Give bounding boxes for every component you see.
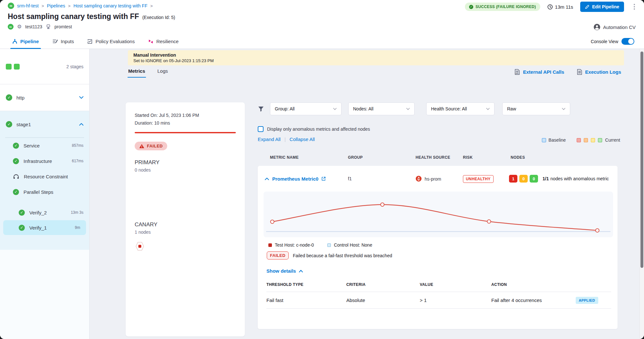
service-name[interactable]: test1123 [25,24,42,29]
verification-summary-card: Started On: Jul 5, 2023 1:06 PM Duration… [126,102,245,336]
execution-logs-link[interactable]: Execution Logs [577,69,621,75]
external-link-icon[interactable] [322,177,326,181]
scrollbar-thumb[interactable] [640,52,643,268]
breadcrumb-separator: > [150,4,153,8]
metric-timeseries-chart[interactable] [264,192,613,237]
tab-inputs[interactable]: Inputs [53,34,74,49]
chevron-down-icon [333,108,337,110]
step-resource-constraint[interactable]: Resource Constraint [0,169,89,184]
execution-status-badge: ✓ SUCCESS (FAILURE IGNORED) [465,3,540,11]
verification-failed-badge: FAILED [135,142,167,150]
show-details-link[interactable]: Show details [266,268,303,274]
breadcrumb-pipeline-name[interactable]: Host sampling canary testing with FF [73,3,148,8]
breadcrumb: ∞ srm-hf-test > Pipelines > Host samplin… [8,3,153,9]
tab-policy-evaluations[interactable]: Policy Evaluations [87,34,135,49]
success-check-icon: ✓ [13,189,19,195]
stage-count: 2 stages [66,64,83,69]
tab-logs[interactable]: Logs [158,68,168,78]
breadcrumb-pipelines[interactable]: Pipelines [47,3,65,8]
tab-resilience[interactable]: Resilience [148,34,178,49]
tab-metrics[interactable]: Metrics [128,68,145,78]
analysis-failed-message: Failed because a fail-fast threshold was… [293,253,392,258]
sidebar-stage-http[interactable]: ✓ http [0,84,89,111]
risk-badge-unhealthy: UNHEALTHY [463,175,494,183]
execution-logs-label: Execution Logs [585,69,621,75]
resilience-icon [148,39,153,44]
col-nodes: NODES [511,155,525,160]
success-check-icon: ✓ [19,210,25,216]
step-duration: 9m [75,225,80,230]
success-check-icon: ✓ [13,158,19,164]
step-label: Resource Constraint [24,174,68,179]
external-api-calls-label: External API Calls [523,69,564,75]
threshold-row: Fail fast Absolute > 1 Fail after 4 occu… [266,292,611,309]
anomalous-metrics-checkbox[interactable] [258,126,264,132]
current-legend-label: Current [605,137,620,143]
banner-title: Manual Intervention [133,52,619,58]
current-green-swatch [598,138,602,142]
health-source-filter-dropdown[interactable]: Health Source: All [426,102,495,115]
value-value: > 1 [420,297,491,303]
col-threshold-type: THRESHOLD TYPE [266,282,346,287]
col-criteria: CRITERIA [346,282,420,287]
policy-evaluations-icon [87,39,92,44]
expand-all-link[interactable]: Expand All [258,137,281,142]
headphones-icon [13,174,19,179]
anomalous-nodes-ratio: 1/1 [543,176,549,181]
tab-policy-evaluations-label: Policy Evaluations [95,39,135,44]
step-label: Infrastructure [24,158,52,164]
service-env-row: ∞ ⚙ test1123 promtest [8,24,72,30]
vertical-scrollbar[interactable] [639,49,644,339]
success-check-icon: ✓ [19,225,25,231]
external-api-calls-link[interactable]: API External API Calls [514,69,564,75]
service-gear-icon: ⚙ [17,24,22,29]
edit-pipeline-button[interactable]: Edit Pipeline [580,2,624,12]
more-options-menu-icon[interactable] [631,3,638,11]
stages-summary-row[interactable]: 2 stages [0,49,89,84]
observe-node-count-badge: 0 [519,175,528,183]
step-infrastructure[interactable]: ✓ Infrastructure 617ms [0,153,89,169]
metric-name-link[interactable]: Prometheus Metric0 [272,176,318,182]
chevron-up-icon [79,123,83,126]
stage-status-square-icon [6,64,12,70]
execution-sidebar: 2 stages ✓ http ✓ stage1 ✓ Service 857ms… [0,49,90,339]
step-service[interactable]: ✓ Service 857ms [0,138,89,153]
pencil-icon [585,5,590,9]
header-actions: ✓ SUCCESS (FAILURE IGNORED) 13m 11s Edit… [465,2,638,12]
view-mode-value: Raw [507,106,562,111]
breadcrumb-separator: > [68,4,71,8]
step-parallel-steps[interactable]: ✓ Parallel Steps [0,184,89,200]
unhealthy-node-count-badge: 1 [509,175,517,183]
chevron-up-icon [299,270,303,272]
chevron-down-icon [562,108,565,110]
environment-name[interactable]: promtest [54,24,72,29]
expand-collapse-row: Expand All | Collapse All [258,137,315,142]
nodes-filter-value: Nodes: All [353,106,406,111]
collapse-metric-chevron-up-icon[interactable] [265,177,269,180]
chevron-down-icon [406,108,410,110]
analysis-result-row: FAILED Failed because a fail-fast thresh… [267,251,392,259]
svg-text:API: API [516,72,519,74]
current-red-swatch [577,138,581,142]
primary-label: PRIMARY [135,159,236,166]
nodes-filter-dropdown[interactable]: Nodes: All [348,102,415,115]
col-health-source: HEALTH SOURCE [416,155,450,160]
console-view-toggle[interactable] [621,38,634,45]
step-verify-2[interactable]: ✓ Verify_2 13m 3s [0,205,89,220]
breadcrumb-separator: > [42,4,44,8]
step-verify-1-selected[interactable]: ✓ Verify_1 9m [3,220,86,235]
manual-intervention-banner: Manual Intervention Set to IGNORE on 05-… [128,50,624,65]
collapse-all-link[interactable]: Collapse All [290,137,315,142]
group-filter-dropdown[interactable]: Group: All [270,102,341,115]
canary-node-hexagon-icon[interactable] [135,241,145,251]
col-action: ACTION [491,282,611,287]
inputs-icon [53,39,58,44]
view-mode-dropdown[interactable]: Raw [502,102,570,115]
tab-pipeline[interactable]: Pipeline [12,34,39,49]
sidebar-stage-stage1[interactable]: ✓ stage1 [0,111,89,137]
console-view-control: Console View [591,34,634,49]
step-duration: 13m 3s [71,210,83,215]
health-source-name: hs-prom [425,176,441,181]
harness-logo-icon: ∞ [8,3,14,9]
breadcrumb-project[interactable]: srm-hf-test [17,3,39,8]
